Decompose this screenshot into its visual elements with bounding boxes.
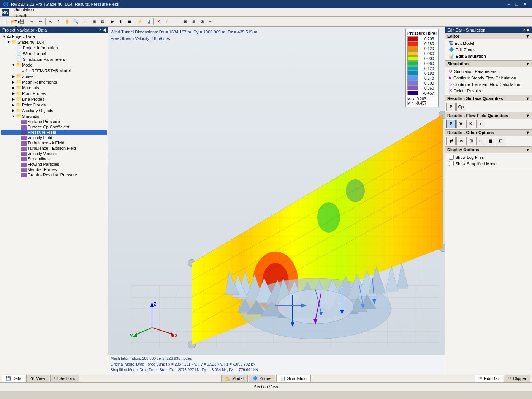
tree-item-pressure-field[interactable]: ▓▓ Pressure Field (1, 130, 107, 135)
surface-p-button[interactable]: P (446, 103, 456, 111)
tree-item-member-forces[interactable]: ▓▓ Member Forces (1, 167, 107, 172)
menu-item-insert[interactable]: Insert (11, 0, 37, 6)
minimize-button[interactable]: − (505, 1, 512, 7)
tree-item-materials[interactable]: ▶📁 Materials (1, 85, 107, 90)
tree-item-turbulence-eps[interactable]: ▓▓ Turbulence - Epsilon Field (1, 146, 107, 151)
tree-item-velocity-vectors[interactable]: ▓▓ Velocity Vectors (1, 151, 107, 156)
tree-expand-icon[interactable]: ▼ (11, 63, 15, 67)
tree-expand-icon[interactable]: ▶ (11, 97, 15, 101)
maximize-button[interactable]: □ (513, 1, 520, 7)
tree-item-project-data[interactable]: ▼🗂 Project Data (1, 34, 107, 39)
simplified-model-check[interactable] (449, 161, 454, 166)
3d-visualization[interactable]: Z X Y (108, 27, 445, 374)
tb-extra3[interactable]: ⊠ (198, 17, 206, 26)
tree-expand-icon[interactable]: ▶ (11, 92, 15, 95)
opt-btn5[interactable]: ▦ (486, 137, 495, 145)
tree-item-turbulence-k[interactable]: ▓▓ Turbulence - k Field (1, 140, 107, 146)
tb-zoom[interactable]: 🔍 (71, 17, 80, 26)
tb-pause[interactable]: ⏸ (117, 17, 125, 26)
edit-simulation-item[interactable]: 📊 Edit Simulation (447, 53, 530, 59)
opt-btn4[interactable]: □ (476, 137, 485, 145)
tb-redo[interactable]: ↪ (36, 17, 44, 26)
tree-expand-icon[interactable]: ▶ (11, 74, 15, 78)
tree-expand-icon[interactable]: ▼ (7, 40, 11, 44)
tb-open[interactable]: 📂 (9, 17, 17, 26)
editor-section-header[interactable]: Editor ▼ (445, 33, 532, 39)
tree-item-point-clouds[interactable]: ▶📁 Point Clouds (1, 102, 107, 108)
tree-item-project-info[interactable]: 📄 Project Information (1, 45, 107, 51)
tree-item-point-probes[interactable]: ▶📁 Point Probes (1, 90, 107, 96)
flow-eps-button[interactable]: ε (476, 120, 485, 128)
menu-item-simulation[interactable]: Simulation (11, 6, 37, 13)
log-files-check[interactable] (449, 155, 454, 160)
other-options-header[interactable]: Results - Other Options ▼ (445, 130, 532, 136)
close-button[interactable]: ✕ (521, 1, 529, 7)
opt-btn3[interactable]: ⊞ (466, 137, 475, 145)
tb-view3[interactable]: ⊡ (98, 17, 107, 26)
tree-container[interactable]: ▼🗂 Project Data▼📁 Stage.rf6_LC4 📄 Projec… (0, 33, 108, 374)
tab-clipper[interactable]: ✂ Clipper (504, 375, 530, 382)
opt-btn1[interactable]: ⇄ (446, 137, 456, 145)
tb-undo[interactable]: ↩ (28, 17, 36, 26)
tab-view[interactable]: 👁 View (26, 375, 49, 382)
edit-zones-item[interactable]: 🔷 Edit Zones (447, 46, 530, 53)
tree-item-line-probes[interactable]: ▶📁 Line Probes (1, 96, 107, 102)
tree-item-mesh-ref[interactable]: ▶📁 Mesh Refinements (1, 79, 107, 85)
tb-rotate[interactable]: ↻ (55, 17, 63, 26)
sim-section-header[interactable]: Simulation ▼ (445, 61, 532, 67)
tab-data[interactable]: 💾 Data (2, 375, 25, 382)
tree-item-surface-cp[interactable]: ▓▓ Surface Cp Coefficient (1, 124, 107, 130)
flow-field-header[interactable]: Results - Flow Field Quantities ▼ (445, 112, 532, 119)
tab-zones[interactable]: 🔷 Zones (249, 375, 276, 382)
tab-sections[interactable]: ✂ Sections (50, 375, 79, 382)
delete-results-item[interactable]: ✕ Delete Results (447, 87, 530, 94)
tb-check[interactable]: ✓ (163, 17, 171, 26)
flow-v-button[interactable]: V (456, 120, 466, 128)
tb-play[interactable]: ▶ (109, 17, 117, 26)
tb-extra1[interactable]: ⊞ (181, 17, 190, 26)
tb-extra2[interactable]: ⊟ (190, 17, 198, 26)
sim-params-item[interactable]: ⚙ Simulation Parameters... (447, 68, 530, 74)
flow-p-button[interactable]: P (446, 120, 456, 128)
opt-btn6[interactable]: ⊟ (496, 137, 505, 145)
tree-item-wind-tunnel[interactable]: 📄 Wind Tunnel (1, 51, 107, 56)
continue-transient-item[interactable]: ▷ Continue Transient Flow Calculation (447, 81, 530, 87)
tb-sim[interactable]: ⚡ (136, 17, 144, 26)
tb-save[interactable]: 💾 (17, 17, 26, 26)
tb-stop[interactable]: ⏹ (125, 17, 134, 26)
tree-item-graph-residual[interactable]: ▓▓ Graph - Residual Pressure (1, 172, 107, 177)
tb-view1[interactable]: ◻ (82, 17, 90, 26)
flow-k-button[interactable]: K (466, 120, 475, 128)
tab-model[interactable]: 📐 Model (221, 375, 248, 382)
tb-view2[interactable]: ⊞ (90, 17, 98, 26)
tree-item-stage[interactable]: ▼📁 Stage.rf6_LC4 (1, 39, 107, 45)
tb-arrow[interactable]: → (171, 17, 179, 26)
surface-q-header[interactable]: Results - Surface Quantities ▼ (445, 95, 532, 101)
tree-item-streamlines[interactable]: ▓▓ Streamlines (1, 156, 107, 162)
display-options-header[interactable]: Display Options ▼ (445, 147, 532, 153)
tree-item-flowing-particles[interactable]: ▓▓ Flowing Particles (1, 162, 107, 167)
tree-expand-icon[interactable]: ▶ (11, 103, 15, 107)
tree-expand-icon[interactable]: ▼ (2, 35, 6, 38)
tree-item-velocity-field[interactable]: ▓▓ Velocity Field (1, 135, 107, 140)
tb-extra4[interactable]: ≡ (206, 17, 215, 26)
show-simplified-model-checkbox[interactable]: Show Simplified Model (447, 160, 530, 167)
tab-edit-bar[interactable]: ✏ Edit Bar (475, 375, 503, 382)
tb-select[interactable]: ↖ (46, 17, 55, 26)
surface-cp-button[interactable]: Cp (456, 103, 466, 111)
tree-item-aux-objects[interactable]: ▶📁 Auxiliary Objects (1, 108, 107, 113)
continue-steady-item[interactable]: ▶ Continue Steady Flow Calculation (447, 74, 530, 81)
tree-item-model[interactable]: ▼📁 Model (1, 62, 107, 68)
tree-item-simulation[interactable]: ▼📁 Simulation (1, 113, 107, 119)
tree-item-zones[interactable]: ▶📁 Zones (1, 73, 107, 79)
edit-model-item[interactable]: 🏗 Edit Model (447, 40, 530, 46)
tree-expand-icon[interactable]: ▶ (11, 109, 15, 112)
tb-results[interactable]: 📊 (144, 17, 152, 26)
tree-expand-icon[interactable]: ▶ (11, 80, 15, 84)
tb-x[interactable]: ✕ (154, 17, 163, 26)
opt-btn2[interactable]: ≋ (456, 137, 466, 145)
viewport[interactable]: Wind Tunnel Dimensions: Dx = 1634.167 m,… (108, 27, 445, 374)
tb-new[interactable]: 📄 (1, 17, 9, 26)
tree-expand-icon[interactable]: ▶ (11, 86, 15, 90)
tree-item-sim-params[interactable]: 📄 Simulation Parameters (1, 56, 107, 62)
